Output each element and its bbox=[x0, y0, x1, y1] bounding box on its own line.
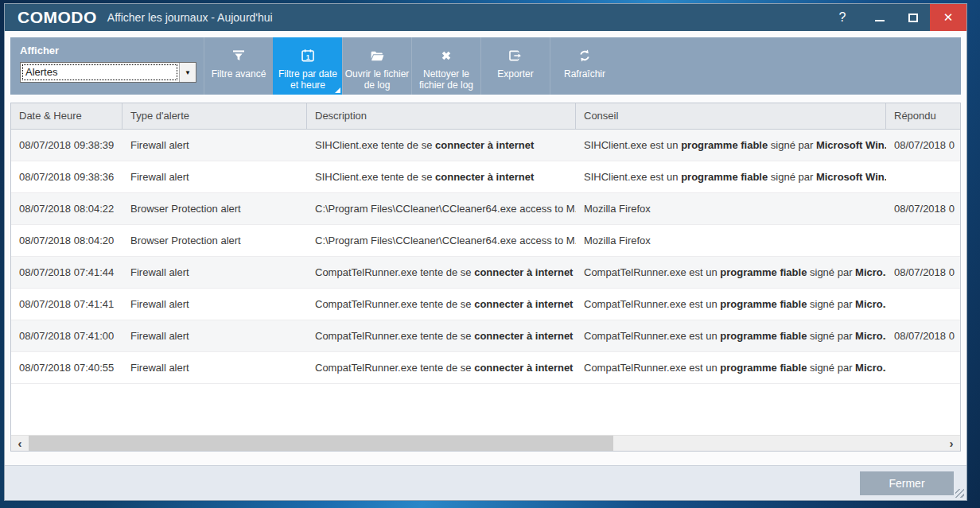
toolbar-filler bbox=[619, 37, 961, 95]
cell-description: CompatTelRunner.exe tente de se connecte… bbox=[307, 257, 576, 288]
open-log-file-button[interactable]: Ouvrir le fichier de log bbox=[342, 37, 411, 95]
cell-repondu bbox=[886, 161, 960, 192]
table-row[interactable]: 08/07/2018 09:38:39 Firewall alert SIHCl… bbox=[11, 130, 960, 161]
table-header: Date & Heure Type d'alerte Description C… bbox=[11, 103, 960, 130]
dropdown-arrow-button[interactable]: ▼ bbox=[179, 63, 196, 82]
maximize-button[interactable] bbox=[896, 4, 930, 31]
show-label: Afficher bbox=[20, 45, 204, 56]
table-row[interactable]: 08/07/2018 08:04:22 Browser Protection a… bbox=[11, 193, 960, 225]
column-header-date[interactable]: Date & Heure bbox=[11, 103, 122, 129]
toolbar-button-label: Exporter bbox=[497, 68, 533, 79]
close-icon: ✕ bbox=[943, 10, 954, 25]
cell-repondu: 08/07/2018 0 bbox=[886, 320, 960, 351]
cell-type: Firewall alert bbox=[122, 257, 307, 288]
refresh-button[interactable]: Rafraîchir bbox=[550, 37, 619, 95]
refresh-icon bbox=[577, 47, 593, 64]
cell-description: SIHClient.exe tente de se connecter à in… bbox=[307, 161, 576, 192]
table-row[interactable]: 08/07/2018 07:41:41 Firewall alert Compa… bbox=[11, 289, 960, 320]
log-type-dropdown[interactable]: Alertes ▼ bbox=[20, 62, 196, 83]
cell-date: 08/07/2018 09:38:36 bbox=[11, 161, 122, 192]
cell-type: Firewall alert bbox=[122, 130, 307, 161]
cell-description: CompatTelRunner.exe tente de se connecte… bbox=[307, 289, 576, 320]
cell-date: 08/07/2018 08:04:22 bbox=[11, 193, 122, 224]
resize-grip[interactable] bbox=[955, 489, 964, 498]
cell-description: C:\Program Files\CCleaner\CCleaner64.exe… bbox=[307, 225, 576, 256]
log-table: Date & Heure Type d'alerte Description C… bbox=[10, 103, 961, 452]
dropdown-selected-value: Alertes bbox=[21, 63, 179, 82]
cell-date: 08/07/2018 07:41:41 bbox=[11, 289, 122, 320]
table-row[interactable]: 08/07/2018 07:41:00 Firewall alert Compa… bbox=[11, 320, 960, 352]
cell-date: 08/07/2018 07:41:00 bbox=[11, 320, 122, 351]
cell-type: Firewall alert bbox=[122, 289, 307, 320]
cell-repondu: 08/07/2018 0 bbox=[886, 130, 960, 161]
toolbar: Afficher Alertes ▼ Filtre avancé bbox=[10, 37, 961, 95]
cell-conseil: SIHClient.exe est un programme fiable si… bbox=[576, 161, 886, 192]
table-row[interactable]: 08/07/2018 08:04:20 Browser Protection a… bbox=[11, 225, 960, 257]
export-icon bbox=[508, 47, 523, 64]
scroll-left-arrow-icon[interactable]: ‹ bbox=[11, 436, 29, 451]
table-row[interactable]: 08/07/2018 07:41:44 Firewall alert Compa… bbox=[11, 257, 960, 289]
cell-repondu bbox=[886, 352, 960, 383]
clear-x-icon bbox=[439, 47, 453, 64]
open-folder-icon bbox=[369, 47, 385, 64]
minimize-icon bbox=[875, 20, 885, 21]
column-header-conseil[interactable]: Conseil bbox=[576, 103, 886, 129]
calendar-icon: 1 bbox=[300, 47, 316, 64]
toolbar-button-label: Filtre par date et heure bbox=[274, 68, 342, 91]
cell-type: Browser Protection alert bbox=[122, 225, 307, 256]
svg-text:1: 1 bbox=[306, 53, 310, 61]
cell-description: CompatTelRunner.exe tente de se connecte… bbox=[307, 320, 576, 351]
cell-date: 08/07/2018 07:40:55 bbox=[11, 352, 122, 383]
cell-description: C:\Program Files\CCleaner\CCleaner64.exe… bbox=[307, 193, 576, 224]
scrollbar-thumb[interactable] bbox=[29, 436, 613, 451]
table-body: 08/07/2018 09:38:39 Firewall alert SIHCl… bbox=[11, 130, 960, 435]
cell-repondu bbox=[886, 289, 960, 320]
chevron-down-icon: ▼ bbox=[185, 69, 191, 76]
cell-date: 08/07/2018 08:04:20 bbox=[11, 225, 122, 256]
cell-description: SIHClient.exe tente de se connecter à in… bbox=[307, 130, 576, 161]
toolbar-button-label: Nettoyer le fichier de log bbox=[412, 68, 480, 91]
horizontal-scrollbar[interactable]: ‹ › bbox=[11, 435, 960, 451]
date-time-filter-button[interactable]: 1 Filtre par date et heure bbox=[273, 37, 342, 95]
advanced-filter-button[interactable]: Filtre avancé bbox=[204, 37, 273, 95]
cell-repondu: 08/07/2018 0 bbox=[886, 257, 960, 288]
maximize-icon bbox=[908, 14, 918, 22]
clear-log-file-button[interactable]: Nettoyer le fichier de log bbox=[411, 37, 480, 95]
show-filter-group: Afficher Alertes ▼ bbox=[10, 37, 204, 95]
column-header-description[interactable]: Description bbox=[307, 103, 576, 129]
table-row[interactable]: 08/07/2018 07:40:55 Firewall alert Compa… bbox=[11, 352, 960, 384]
export-button[interactable]: Exporter bbox=[480, 37, 550, 95]
fermer-button[interactable]: Fermer bbox=[860, 471, 954, 495]
content-area: Afficher Alertes ▼ Filtre avancé bbox=[5, 31, 966, 465]
cell-type: Browser Protection alert bbox=[122, 193, 307, 224]
help-icon: ? bbox=[839, 10, 846, 25]
toolbar-button-label: Rafraîchir bbox=[564, 68, 605, 79]
cell-date: 08/07/2018 07:41:44 bbox=[11, 257, 122, 288]
cell-conseil: CompatTelRunner.exe est un programme fia… bbox=[576, 320, 886, 351]
toolbar-button-label: Filtre avancé bbox=[212, 68, 266, 79]
cell-conseil: CompatTelRunner.exe est un programme fia… bbox=[576, 352, 886, 383]
filter-icon bbox=[231, 47, 247, 64]
help-button[interactable]: ? bbox=[826, 4, 858, 31]
cell-conseil: CompatTelRunner.exe est un programme fia… bbox=[576, 289, 886, 320]
column-header-type[interactable]: Type d'alerte bbox=[122, 103, 307, 129]
cell-conseil: CompatTelRunner.exe est un programme fia… bbox=[576, 257, 886, 288]
minimize-button[interactable] bbox=[863, 4, 896, 31]
cell-type: Firewall alert bbox=[122, 161, 307, 192]
comodo-log-viewer-window: COMODO Afficher les journaux - Aujourd'h… bbox=[4, 3, 967, 501]
footer-bar: Fermer bbox=[5, 465, 966, 500]
cell-date: 08/07/2018 09:38:39 bbox=[11, 130, 122, 161]
cell-type: Firewall alert bbox=[122, 352, 307, 383]
comodo-logo: COMODO bbox=[18, 8, 97, 27]
titlebar: COMODO Afficher les journaux - Aujourd'h… bbox=[5, 4, 966, 31]
scrollbar-track[interactable] bbox=[29, 436, 943, 451]
cell-description: CompatTelRunner.exe tente de se connecte… bbox=[307, 352, 576, 383]
window-title: Afficher les journaux - Aujourd'hui bbox=[107, 11, 273, 24]
close-window-button[interactable]: ✕ bbox=[930, 4, 966, 31]
cell-repondu bbox=[886, 225, 960, 256]
scroll-right-arrow-icon[interactable]: › bbox=[943, 436, 960, 451]
cell-repondu: 08/07/2018 0 bbox=[886, 193, 960, 224]
cell-conseil: SIHClient.exe est un programme fiable si… bbox=[576, 130, 886, 161]
column-header-repondu[interactable]: Répondu bbox=[886, 103, 960, 129]
table-row[interactable]: 08/07/2018 09:38:36 Firewall alert SIHCl… bbox=[11, 161, 960, 193]
